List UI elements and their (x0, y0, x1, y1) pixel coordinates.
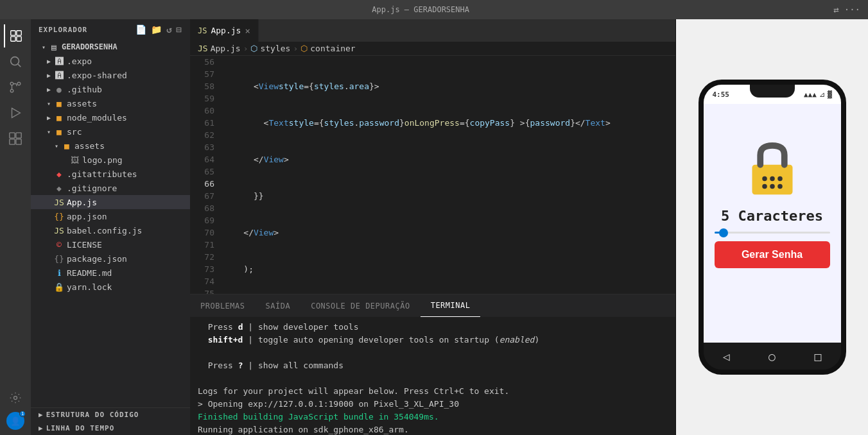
tree-item-github[interactable]: ▶ ● .github (31, 82, 190, 96)
terminal-line-4: Logs for your project will appear below.… (198, 385, 668, 398)
phone-back-button[interactable]: ◁ (723, 350, 730, 363)
git-activity-icon[interactable] (4, 76, 27, 99)
new-file-icon[interactable]: 📄 (135, 24, 147, 35)
terminal-line-6: Finished building JavaScript bundle in 3… (198, 411, 668, 423)
svg-point-20 (770, 184, 775, 189)
timeline-arrow: ▶ (39, 424, 44, 432)
window-controls[interactable]: ⇄ ··· (833, 4, 860, 15)
tree-item-yarnlock[interactable]: 🔒 yarn.lock (31, 280, 190, 294)
svg-rect-1 (17, 31, 21, 35)
code-structure-section[interactable]: ▶ ESTRUTURA DO CÓDIGO (31, 408, 190, 422)
tab-filename: App.js (211, 26, 241, 35)
timeline-section[interactable]: ▶ LINHA DO TEMPO (31, 422, 190, 435)
code-line-57: <Text style={styles.password} onLongPres… (223, 117, 675, 129)
tree-item-packagejson[interactable]: {} package.json (31, 252, 190, 266)
tree-item-expo-shared[interactable]: ▶ 🅰 .expo-shared (31, 68, 190, 82)
tree-item-src-assets[interactable]: ▾ ■ assets (31, 139, 190, 153)
code-line-58: </View> (223, 153, 675, 166)
tree-item-gitattributes[interactable]: ◆ .gitattributes (31, 167, 190, 181)
breadcrumb-styles[interactable]: styles (260, 44, 290, 53)
run-activity-icon[interactable] (4, 101, 27, 124)
extensions-activity-icon[interactable] (4, 127, 27, 150)
svg-point-7 (17, 82, 21, 85)
new-folder-icon[interactable]: 📁 (151, 24, 162, 35)
sidebar: EXPLORADOR 📄 📁 ↺ ⊟ ▾ ▤ GERADORSENHA (31, 19, 190, 435)
tab-debug-console[interactable]: CONSOLE DE DEPURAÇÃO (300, 294, 421, 317)
remote-icon[interactable]: ⇄ (833, 4, 838, 15)
phone-recents-button[interactable]: □ (814, 350, 821, 363)
phone-screen: 5 Caracteres Gerar Senha (704, 104, 841, 343)
tab-appjs[interactable]: JS App.js × (190, 19, 259, 42)
tree-item-license[interactable]: © LICENSE (31, 237, 190, 252)
title-bar: App.js — GERADORSENHA ⇄ ··· (0, 0, 868, 19)
more-icon[interactable]: ··· (844, 4, 860, 15)
tree-item-appjson[interactable]: {} app.json (31, 209, 190, 223)
explorer-activity-icon[interactable] (4, 24, 27, 47)
svg-point-14 (14, 397, 17, 400)
code-line-56: <View style={styles.area}> (223, 80, 675, 92)
phone-time: 4:55 (713, 90, 730, 99)
svg-point-6 (10, 82, 13, 85)
svg-point-19 (762, 184, 767, 189)
lock-icon-container (743, 136, 801, 200)
breadcrumb-appjs[interactable]: App.js (211, 44, 241, 53)
breadcrumb: JS App.js › ⬡ styles › ⬡ container (190, 42, 675, 56)
root-folder-label: GERADORSENHA (62, 42, 117, 51)
tree-item-readme[interactable]: ℹ README.md (31, 266, 190, 280)
tree-item-babel[interactable]: JS babel.config.js (31, 223, 190, 237)
collapse-icon[interactable]: ⊟ (177, 24, 182, 35)
breadcrumb-sep2: › (293, 44, 298, 53)
svg-rect-3 (17, 37, 21, 41)
svg-rect-2 (11, 37, 15, 41)
tree-item-expo[interactable]: ▶ 🅰 .expo (31, 54, 190, 68)
phone-status-right: ▲▲▲ ⊿ ▓ (804, 90, 832, 99)
phone-bottom-bar: ◁ ○ □ (704, 343, 841, 370)
tree-root-folder[interactable]: ▾ ▤ GERADORSENHA (31, 40, 190, 54)
svg-rect-13 (16, 139, 21, 144)
search-activity-icon[interactable] (4, 50, 27, 73)
svg-point-18 (777, 176, 783, 182)
svg-point-8 (10, 89, 13, 92)
terminal-content[interactable]: Press d | show developer tools shift+d |… (190, 317, 675, 435)
tab-problems[interactable]: PROBLEMAS (190, 294, 256, 317)
terminal-line-blank2 (198, 372, 668, 385)
code-line-59: }} (223, 190, 675, 202)
sidebar-header-icons[interactable]: 📄 📁 ↺ ⊟ (135, 24, 182, 35)
terminal-label: TERMINAL (431, 301, 471, 310)
tree-item-src[interactable]: ▾ ■ src (31, 124, 190, 139)
user-avatar[interactable]: 👤 1 (6, 412, 24, 430)
svg-point-4 (11, 57, 19, 65)
phone-frame: 4:55 ▲▲▲ ⊿ ▓ (699, 80, 846, 375)
code-content[interactable]: 56 57 58 59 60 61 62 63 64 65 66 67 (190, 56, 675, 294)
sidebar-title: EXPLORADOR (39, 26, 87, 34)
tab-output[interactable]: SAÍDA (256, 294, 301, 317)
output-label: SAÍDA (266, 302, 291, 311)
phone-battery-icon: ▓ (828, 90, 832, 99)
activity-bar: 👤 1 (0, 19, 31, 435)
breadcrumb-icon-styles: ⬡ (250, 44, 257, 53)
tree-item-gitignore[interactable]: ◆ .gitignore (31, 181, 190, 195)
refresh-icon[interactable]: ↺ (166, 24, 172, 35)
sidebar-header: EXPLORADOR 📄 📁 ↺ ⊟ (31, 19, 190, 40)
slider-container[interactable] (715, 232, 830, 234)
code-area[interactable]: <View style={styles.area}> <Text style={… (221, 56, 675, 294)
svg-rect-0 (11, 31, 15, 35)
slider-thumb[interactable] (719, 228, 728, 237)
code-line-61: ); (223, 263, 675, 275)
phone-signal-icon: ▲▲▲ (804, 90, 817, 99)
terminal-line-5: > Opening exp://127.0.0.1:19000 on Pixel… (198, 398, 668, 411)
phone-home-button[interactable]: ○ (768, 350, 776, 363)
breadcrumb-container[interactable]: container (310, 44, 355, 53)
tree-item-node-modules[interactable]: ▶ ■ node_modules (31, 110, 190, 124)
code-line-60: </View> (223, 226, 675, 239)
settings-activity-icon[interactable] (4, 386, 27, 409)
breadcrumb-icon-container: ⬡ (300, 44, 308, 53)
generate-password-button[interactable]: Gerar Senha (715, 241, 830, 268)
tree-item-appjs[interactable]: JS App.js (31, 195, 190, 209)
tab-close-button[interactable]: × (245, 26, 250, 36)
code-editor[interactable]: 56 57 58 59 60 61 62 63 64 65 66 67 (190, 56, 675, 294)
tree-item-logo[interactable]: 🖼 logo.png (31, 153, 190, 167)
tab-terminal[interactable]: TERMINAL (421, 294, 481, 317)
tree-item-assets[interactable]: ▾ ■ assets (31, 96, 190, 110)
phone-wifi-icon: ⊿ (819, 90, 825, 99)
